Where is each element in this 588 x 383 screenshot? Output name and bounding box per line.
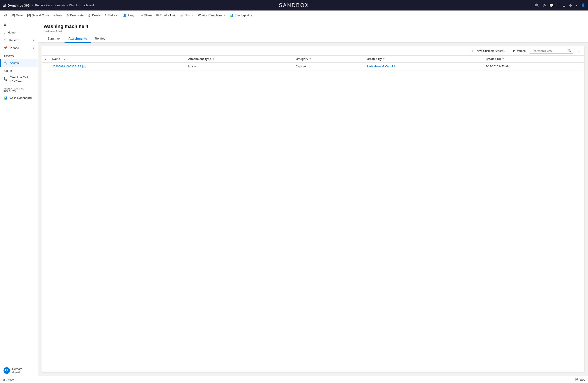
share-button[interactable]: ↗ Share xyxy=(138,10,154,20)
add-icon[interactable]: + xyxy=(557,3,559,7)
one-time-call-icon: 📞 xyxy=(3,77,8,81)
history-icon: ⏱ xyxy=(4,14,7,17)
breadcrumb: Remote Assist › Assets › Washing machine… xyxy=(35,4,94,7)
filter-icon[interactable]: ⊿ xyxy=(563,3,566,7)
tab-summary[interactable]: Summary xyxy=(43,35,64,43)
new-customer-asset-icon: + xyxy=(471,49,473,52)
created-by-link[interactable]: Abraham McCormick xyxy=(369,65,396,68)
refresh-button[interactable]: ↻ Refresh xyxy=(103,10,121,20)
sidebar-item-pinned[interactable]: 📌 Pinned ∨ xyxy=(0,44,38,52)
row-attachment-type-cell: Image xyxy=(186,63,293,70)
row-name-cell[interactable]: 20200929_095355_RA.jpg xyxy=(50,63,186,70)
attachments-table: ✓ Name ↑ ∨ xyxy=(42,56,584,70)
email-link-icon: ✉ xyxy=(156,14,159,17)
name-column-header[interactable]: Name ↑ ∨ xyxy=(50,56,186,63)
sidebar-item-calls-dashboard[interactable]: 📊 Calls Dashboard xyxy=(0,94,38,102)
main-layout: ☰ ⌂ Home ⏱ Recent ∨ 📌 Pinned ∨ Assets 🔧 … xyxy=(0,20,588,376)
flow-icon: ⚡ xyxy=(180,14,184,17)
breadcrumb-sep-1: › xyxy=(55,4,56,7)
profile-icon[interactable]: 👤 xyxy=(581,3,585,7)
row-created-by-cell: ℹ Abraham McCormick xyxy=(364,63,483,70)
goal-icon[interactable]: ◎ xyxy=(543,3,546,7)
email-link-button[interactable]: ✉ Email a Link xyxy=(154,10,178,20)
breadcrumb-assets[interactable]: Assets xyxy=(57,4,66,7)
word-templates-button[interactable]: W Word Templates ∨ xyxy=(196,10,228,20)
tab-attachments[interactable]: Attachments xyxy=(64,35,91,43)
run-report-caret-icon: ∨ xyxy=(251,14,252,16)
status-save-button[interactable]: 💾 Save xyxy=(575,378,585,381)
app-brand[interactable]: Dynamics 365 xyxy=(8,3,30,7)
share-icon: ↗ xyxy=(140,14,143,17)
search-input[interactable] xyxy=(532,49,567,52)
new-customer-asset-label: + New Customer Asset ... xyxy=(474,49,506,52)
subgrid-refresh-button[interactable]: ↻ Refresh xyxy=(510,48,528,54)
flow-label: Flow xyxy=(185,14,190,17)
chat-icon[interactable]: 💬 xyxy=(549,3,554,7)
save-label: Save xyxy=(16,14,23,17)
expand-button[interactable]: ⊞ xyxy=(3,378,5,381)
delete-icon: 🗑 xyxy=(88,14,91,17)
breadcrumb-current: Washing machine 4 xyxy=(69,4,94,7)
waffle-icon[interactable]: ⊞ xyxy=(3,3,6,8)
avatar: RA xyxy=(3,367,10,374)
sidebar-hamburger-icon[interactable]: ☰ xyxy=(0,20,38,29)
table-container: ✓ Name ↑ ∨ xyxy=(42,56,584,372)
sidebar-item-recent[interactable]: ⏱ Recent ∨ xyxy=(0,36,38,44)
save-close-button[interactable]: 💾 Save & Close xyxy=(25,10,51,20)
status-bar-right: 💾 Save xyxy=(575,378,585,381)
sidebar-footer[interactable]: RA Remote Assist ⌃ xyxy=(0,365,38,376)
sidebar-item-one-time-call[interactable]: 📞 One-time Call (Previe... xyxy=(0,74,38,84)
status-save-label: Save xyxy=(579,378,585,381)
nav-right: 🔍 ◎ 💬 + ⊿ ⚙ ? 👤 xyxy=(311,3,585,7)
flow-caret-icon: ∨ xyxy=(192,14,194,16)
sidebar: ☰ ⌂ Home ⏱ Recent ∨ 📌 Pinned ∨ Assets 🔧 … xyxy=(0,20,38,376)
row-checkbox[interactable] xyxy=(42,63,50,70)
category-column-header[interactable]: Category ∨ xyxy=(293,56,364,63)
sidebar-item-assets[interactable]: 🔧 Assets xyxy=(0,59,38,67)
breadcrumb-remote-assist[interactable]: Remote Assist xyxy=(35,4,53,7)
search-icon[interactable]: 🔍 xyxy=(568,49,571,52)
subgrid-more-button[interactable]: ⋯ xyxy=(575,49,582,53)
status-bar: ⊞ Active 💾 Save xyxy=(0,376,588,383)
attachment-type-column-header[interactable]: Attachment Type ∨ xyxy=(186,56,293,63)
sidebar-item-recent-label: Recent xyxy=(9,39,18,42)
help-icon[interactable]: ? xyxy=(576,3,578,7)
status-bar-left: ⊞ Active xyxy=(3,378,14,381)
assign-button[interactable]: 👤 Assign xyxy=(121,10,138,20)
attachment-name-link[interactable]: 20200929_095355_RA.jpg xyxy=(52,65,86,68)
save-button[interactable]: 💾 Save xyxy=(9,10,25,20)
name-sort-asc-icon: ↑ xyxy=(61,58,62,60)
analytics-section-header: Analytics and Insights xyxy=(0,84,38,94)
flow-button[interactable]: ⚡ Flow ∨ xyxy=(178,10,196,20)
sidebar-item-home[interactable]: ⌂ Home xyxy=(0,29,38,36)
share-label: Share xyxy=(144,14,152,17)
tab-related[interactable]: Related xyxy=(91,35,109,43)
created-by-column-header[interactable]: Created By ∨ xyxy=(364,56,483,63)
run-report-button[interactable]: 📊 Run Report ∨ xyxy=(228,10,254,20)
sidebar-item-pinned-label: Pinned xyxy=(10,46,19,50)
new-customer-asset-button[interactable]: + + New Customer Asset ... xyxy=(469,48,509,54)
record-tabs: Summary Attachments Related xyxy=(43,35,583,43)
brand-caret-icon[interactable]: ∨ xyxy=(32,4,33,7)
created-on-column-header[interactable]: Created On ∨ xyxy=(483,56,584,63)
sidebar-item-one-time-call-label: One-time Call (Previe... xyxy=(10,76,35,82)
row-category-cell: Capture xyxy=(293,63,364,70)
pinned-icon: 📌 xyxy=(3,46,8,50)
search-icon[interactable]: 🔍 xyxy=(535,3,539,7)
created-by-sort-icon: ∨ xyxy=(383,58,385,60)
deactivate-button[interactable]: ⊘ Deactivate xyxy=(64,10,86,20)
new-button[interactable]: + New xyxy=(51,10,64,20)
expand-icon: ⊞ xyxy=(3,378,5,381)
table-row: 20200929_095355_RA.jpg Image Capture ℹ A… xyxy=(42,63,584,70)
delete-button[interactable]: 🗑 Delete xyxy=(86,10,103,20)
select-all-column[interactable]: ✓ xyxy=(42,56,50,63)
history-button[interactable]: ⏱ xyxy=(2,10,9,20)
run-report-icon: 📊 xyxy=(230,14,233,17)
created-by-info-icon: ℹ xyxy=(367,65,368,68)
calls-section-header: Calls xyxy=(0,67,38,74)
pinned-caret-icon: ∨ xyxy=(33,47,35,49)
settings-icon[interactable]: ⚙ xyxy=(569,3,572,7)
subgrid-search[interactable]: 🔍 xyxy=(530,48,573,54)
category-sort-icon: ∨ xyxy=(309,58,311,60)
assign-label: Assign xyxy=(127,14,136,17)
